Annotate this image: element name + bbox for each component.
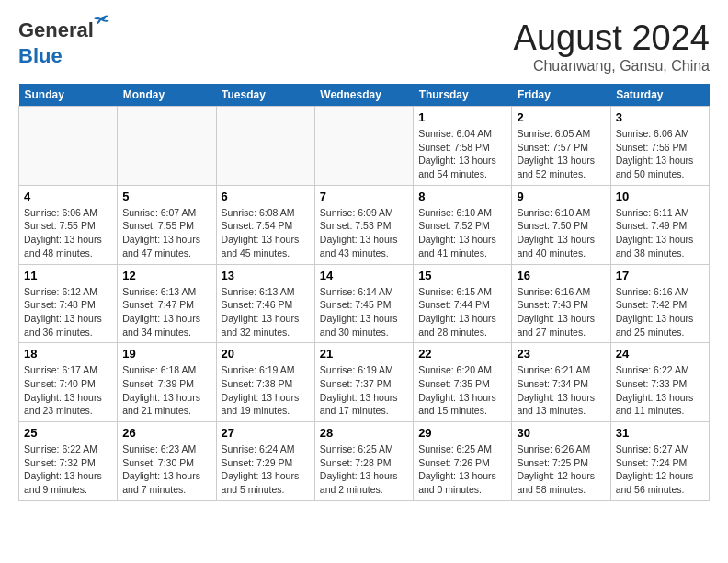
day-info: Sunrise: 6:07 AM Sunset: 7:55 PM Dayligh…	[122, 206, 210, 260]
calendar-cell: 27Sunrise: 6:24 AM Sunset: 7:29 PM Dayli…	[216, 422, 314, 501]
logo: General Blue	[18, 18, 94, 68]
day-number: 10	[616, 190, 704, 203]
day-info: Sunrise: 6:13 AM Sunset: 7:46 PM Dayligh…	[222, 285, 310, 339]
day-number: 25	[24, 426, 112, 440]
location-subtitle: Chuanwang, Gansu, China	[514, 58, 710, 75]
calendar-cell: 8Sunrise: 6:10 AM Sunset: 7:52 PM Daylig…	[414, 185, 512, 264]
calendar-week-row: 11Sunrise: 6:12 AM Sunset: 7:48 PM Dayli…	[19, 264, 710, 343]
day-info: Sunrise: 6:05 AM Sunset: 7:57 PM Dayligh…	[517, 127, 605, 181]
logo-bird-icon	[92, 11, 110, 29]
day-info: Sunrise: 6:16 AM Sunset: 7:42 PM Dayligh…	[616, 285, 704, 339]
calendar-cell: 20Sunrise: 6:19 AM Sunset: 7:38 PM Dayli…	[216, 343, 314, 422]
calendar-cell: 23Sunrise: 6:21 AM Sunset: 7:34 PM Dayli…	[512, 343, 610, 422]
day-number: 27	[222, 426, 310, 440]
day-number: 31	[616, 426, 704, 440]
day-number: 3	[616, 110, 704, 124]
calendar-cell: 10Sunrise: 6:11 AM Sunset: 7:49 PM Dayli…	[610, 185, 709, 264]
page-header: General Blue August 2024 Chuanwang, Gans…	[18, 18, 710, 75]
calendar-cell: 9Sunrise: 6:10 AM Sunset: 7:50 PM Daylig…	[512, 185, 610, 264]
calendar-cell	[314, 107, 413, 186]
day-number: 20	[222, 347, 310, 361]
day-info: Sunrise: 6:21 AM Sunset: 7:34 PM Dayligh…	[517, 363, 605, 418]
calendar-cell: 24Sunrise: 6:22 AM Sunset: 7:33 PM Dayli…	[610, 343, 709, 422]
calendar-cell: 6Sunrise: 6:08 AM Sunset: 7:54 PM Daylig…	[216, 185, 314, 264]
day-number: 7	[320, 190, 408, 203]
calendar-cell: 2Sunrise: 6:05 AM Sunset: 7:57 PM Daylig…	[512, 107, 610, 186]
weekday-header-monday: Monday	[118, 84, 216, 107]
day-info: Sunrise: 6:24 AM Sunset: 7:29 PM Dayligh…	[222, 442, 310, 497]
calendar-cell: 12Sunrise: 6:13 AM Sunset: 7:47 PM Dayli…	[118, 264, 216, 343]
day-info: Sunrise: 6:17 AM Sunset: 7:40 PM Dayligh…	[24, 363, 112, 418]
day-info: Sunrise: 6:06 AM Sunset: 7:56 PM Dayligh…	[616, 127, 704, 181]
day-number: 29	[418, 426, 506, 440]
calendar-cell: 18Sunrise: 6:17 AM Sunset: 7:40 PM Dayli…	[19, 343, 118, 422]
calendar-cell: 17Sunrise: 6:16 AM Sunset: 7:42 PM Dayli…	[610, 264, 709, 343]
calendar-cell: 13Sunrise: 6:13 AM Sunset: 7:46 PM Dayli…	[216, 264, 314, 343]
day-number: 19	[122, 347, 210, 361]
day-number: 22	[418, 347, 506, 361]
day-number: 8	[418, 190, 506, 203]
weekday-header-tuesday: Tuesday	[216, 84, 314, 107]
calendar-cell: 29Sunrise: 6:25 AM Sunset: 7:26 PM Dayli…	[414, 422, 512, 501]
weekday-header-wednesday: Wednesday	[314, 84, 413, 107]
day-info: Sunrise: 6:22 AM Sunset: 7:32 PM Dayligh…	[24, 442, 112, 497]
calendar-cell	[118, 107, 216, 186]
calendar-week-row: 18Sunrise: 6:17 AM Sunset: 7:40 PM Dayli…	[19, 343, 710, 422]
day-info: Sunrise: 6:09 AM Sunset: 7:53 PM Dayligh…	[320, 206, 408, 260]
calendar-cell: 1Sunrise: 6:04 AM Sunset: 7:58 PM Daylig…	[414, 107, 512, 186]
day-number: 23	[517, 347, 605, 361]
day-number: 21	[320, 347, 408, 361]
logo-text-general: General	[18, 18, 94, 41]
day-info: Sunrise: 6:12 AM Sunset: 7:48 PM Dayligh…	[24, 285, 112, 339]
calendar-cell: 4Sunrise: 6:06 AM Sunset: 7:55 PM Daylig…	[19, 185, 118, 264]
day-info: Sunrise: 6:23 AM Sunset: 7:30 PM Dayligh…	[122, 442, 210, 497]
day-number: 15	[418, 269, 506, 282]
day-info: Sunrise: 6:26 AM Sunset: 7:25 PM Dayligh…	[517, 442, 605, 497]
day-number: 6	[222, 190, 310, 203]
day-info: Sunrise: 6:10 AM Sunset: 7:50 PM Dayligh…	[517, 206, 605, 260]
logo-text-blue: Blue	[18, 44, 63, 67]
day-info: Sunrise: 6:16 AM Sunset: 7:43 PM Dayligh…	[517, 285, 605, 339]
calendar-cell	[216, 107, 314, 186]
day-info: Sunrise: 6:18 AM Sunset: 7:39 PM Dayligh…	[122, 363, 210, 418]
calendar-cell: 31Sunrise: 6:27 AM Sunset: 7:24 PM Dayli…	[610, 422, 709, 501]
calendar-cell: 14Sunrise: 6:14 AM Sunset: 7:45 PM Dayli…	[314, 264, 413, 343]
day-number: 9	[517, 190, 605, 203]
calendar-cell: 15Sunrise: 6:15 AM Sunset: 7:44 PM Dayli…	[414, 264, 512, 343]
day-info: Sunrise: 6:06 AM Sunset: 7:55 PM Dayligh…	[24, 206, 112, 260]
calendar-cell: 30Sunrise: 6:26 AM Sunset: 7:25 PM Dayli…	[512, 422, 610, 501]
calendar-cell: 21Sunrise: 6:19 AM Sunset: 7:37 PM Dayli…	[314, 343, 413, 422]
day-info: Sunrise: 6:25 AM Sunset: 7:26 PM Dayligh…	[418, 442, 506, 497]
calendar-cell: 3Sunrise: 6:06 AM Sunset: 7:56 PM Daylig…	[610, 107, 709, 186]
weekday-header-saturday: Saturday	[610, 84, 709, 107]
day-number: 26	[122, 426, 210, 440]
day-info: Sunrise: 6:20 AM Sunset: 7:35 PM Dayligh…	[418, 363, 506, 418]
day-number: 11	[24, 269, 112, 282]
weekday-header-friday: Friday	[512, 84, 610, 107]
calendar-table: SundayMondayTuesdayWednesdayThursdayFrid…	[18, 84, 710, 501]
calendar-week-row: 1Sunrise: 6:04 AM Sunset: 7:58 PM Daylig…	[19, 107, 710, 186]
title-block: August 2024 Chuanwang, Gansu, China	[514, 18, 710, 75]
day-number: 18	[24, 347, 112, 361]
day-info: Sunrise: 6:14 AM Sunset: 7:45 PM Dayligh…	[320, 285, 408, 339]
day-number: 30	[517, 426, 605, 440]
day-info: Sunrise: 6:04 AM Sunset: 7:58 PM Dayligh…	[418, 127, 506, 181]
day-number: 13	[222, 269, 310, 282]
calendar-cell: 28Sunrise: 6:25 AM Sunset: 7:28 PM Dayli…	[314, 422, 413, 501]
day-number: 12	[122, 269, 210, 282]
day-number: 17	[616, 269, 704, 282]
calendar-cell: 19Sunrise: 6:18 AM Sunset: 7:39 PM Dayli…	[118, 343, 216, 422]
calendar-cell	[19, 107, 118, 186]
day-number: 1	[418, 110, 506, 124]
day-info: Sunrise: 6:19 AM Sunset: 7:38 PM Dayligh…	[222, 363, 310, 418]
weekday-header-sunday: Sunday	[19, 84, 118, 107]
day-info: Sunrise: 6:15 AM Sunset: 7:44 PM Dayligh…	[418, 285, 506, 339]
calendar-cell: 7Sunrise: 6:09 AM Sunset: 7:53 PM Daylig…	[314, 185, 413, 264]
calendar-body: 1Sunrise: 6:04 AM Sunset: 7:58 PM Daylig…	[19, 107, 710, 501]
day-info: Sunrise: 6:19 AM Sunset: 7:37 PM Dayligh…	[320, 363, 408, 418]
calendar-cell: 26Sunrise: 6:23 AM Sunset: 7:30 PM Dayli…	[118, 422, 216, 501]
calendar-cell: 22Sunrise: 6:20 AM Sunset: 7:35 PM Dayli…	[414, 343, 512, 422]
day-info: Sunrise: 6:22 AM Sunset: 7:33 PM Dayligh…	[616, 363, 704, 418]
day-info: Sunrise: 6:25 AM Sunset: 7:28 PM Dayligh…	[320, 442, 408, 497]
day-info: Sunrise: 6:10 AM Sunset: 7:52 PM Dayligh…	[418, 206, 506, 260]
